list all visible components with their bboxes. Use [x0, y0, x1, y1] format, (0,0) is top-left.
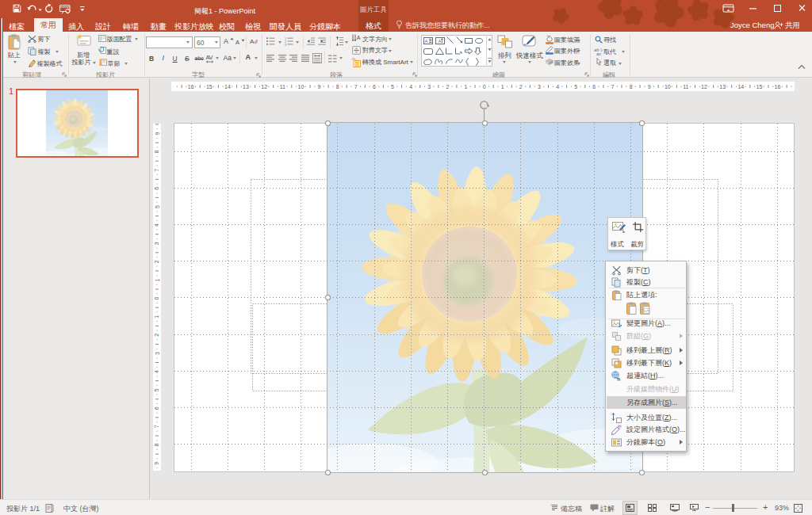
- svg-text:5: 5: [155, 388, 160, 391]
- svg-text:11: 11: [280, 84, 285, 90]
- svg-text:1: 1: [155, 278, 160, 281]
- svg-text:A: A: [356, 35, 360, 40]
- svg-text:3: 3: [155, 352, 160, 355]
- svg-text:8: 8: [155, 444, 160, 447]
- svg-text:2: 2: [155, 334, 160, 337]
- svg-text:1: 1: [155, 315, 160, 319]
- svg-text:6: 6: [155, 187, 160, 190]
- svg-text:7: 7: [354, 84, 358, 90]
- svg-text:2: 2: [519, 84, 523, 90]
- svg-text:14: 14: [737, 84, 744, 90]
- svg-text:3: 3: [285, 44, 286, 46]
- svg-text:2: 2: [446, 84, 449, 90]
- svg-text:6: 6: [373, 84, 376, 90]
- svg-text:0: 0: [155, 297, 160, 300]
- svg-text:A: A: [250, 38, 255, 45]
- svg-text:10: 10: [665, 84, 671, 90]
- svg-text:3: 3: [538, 84, 541, 90]
- svg-text:3: 3: [427, 84, 431, 90]
- svg-text:10: 10: [298, 84, 304, 90]
- svg-text:13: 13: [243, 84, 249, 90]
- svg-text:9: 9: [155, 462, 160, 465]
- svg-text:9: 9: [155, 132, 160, 135]
- svg-text:5: 5: [574, 84, 577, 90]
- svg-text:4: 4: [155, 223, 160, 227]
- svg-text:6: 6: [155, 406, 160, 410]
- svg-text:A: A: [425, 39, 428, 44]
- svg-text:5: 5: [155, 205, 160, 208]
- svg-text:1: 1: [465, 84, 468, 90]
- svg-text:8: 8: [630, 84, 633, 90]
- svg-text:4: 4: [155, 370, 160, 373]
- svg-text:0: 0: [483, 84, 486, 90]
- svg-text:9: 9: [318, 84, 321, 90]
- svg-text:7: 7: [155, 169, 160, 172]
- svg-text:7: 7: [611, 84, 614, 90]
- svg-text:16: 16: [188, 84, 194, 90]
- svg-text:4: 4: [409, 84, 412, 90]
- svg-text:15: 15: [206, 84, 213, 90]
- svg-text:6: 6: [592, 84, 596, 90]
- svg-text:12: 12: [261, 84, 267, 90]
- svg-text:8: 8: [155, 151, 160, 154]
- svg-text:9: 9: [648, 84, 651, 90]
- svg-text:2: 2: [155, 260, 160, 263]
- svg-text:16: 16: [775, 84, 781, 90]
- svg-text:13: 13: [719, 84, 726, 90]
- svg-text:15: 15: [756, 84, 763, 90]
- svg-text:14: 14: [224, 84, 231, 90]
- svg-text:4: 4: [556, 84, 559, 90]
- svg-text:1: 1: [501, 84, 504, 90]
- svg-text:ac: ac: [596, 51, 601, 55]
- svg-text:12: 12: [701, 84, 707, 90]
- svg-text:3: 3: [155, 242, 160, 245]
- svg-text:7: 7: [155, 425, 160, 428]
- svg-text:8: 8: [336, 84, 339, 90]
- svg-text:11: 11: [683, 84, 688, 90]
- svg-text:5: 5: [391, 84, 394, 90]
